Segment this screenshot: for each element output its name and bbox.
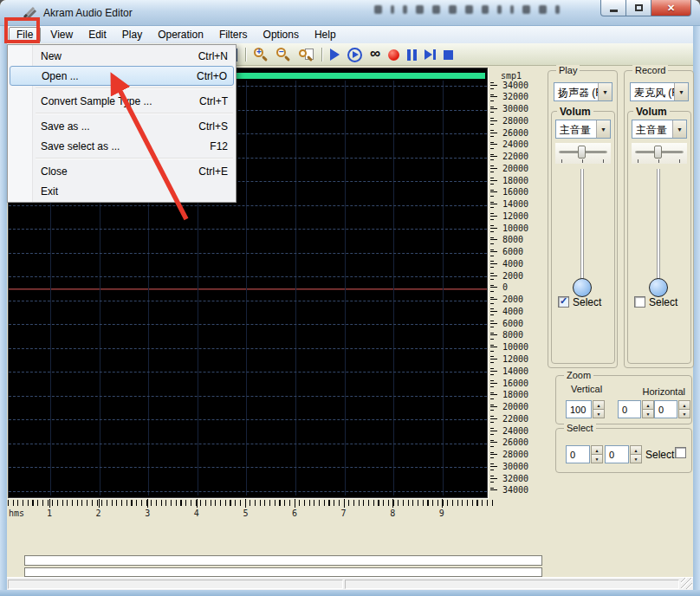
play-balance-slider[interactable] bbox=[555, 143, 611, 164]
spin-up-button[interactable] bbox=[642, 400, 654, 410]
grid-line-vertical bbox=[443, 81, 444, 496]
time-ruler-ticks bbox=[8, 500, 494, 506]
record-volume-combobox[interactable]: 主音量 bbox=[632, 120, 687, 139]
time-tick-label: 7 bbox=[341, 509, 347, 518]
play-volume-knob[interactable] bbox=[573, 278, 592, 297]
amplitude-tick: 34000 bbox=[490, 80, 528, 90]
select-checkbox[interactable] bbox=[675, 447, 686, 458]
amplitude-tick: 6000 bbox=[490, 318, 523, 328]
play-volume-combobox[interactable]: 主音量 bbox=[555, 120, 611, 139]
maximize-button[interactable] bbox=[626, 0, 651, 16]
time-major-tick bbox=[99, 499, 100, 508]
chevron-down-icon[interactable] bbox=[672, 120, 686, 138]
zoom-horizontal-label: Horizontal bbox=[642, 386, 685, 397]
zoom-vertical-value[interactable]: 100 bbox=[566, 400, 592, 418]
spin-down-button[interactable] bbox=[593, 410, 605, 418]
play-volume-slider-track[interactable] bbox=[581, 169, 583, 280]
menubar-item-options[interactable]: Options bbox=[256, 27, 307, 42]
close-button[interactable]: ✕ bbox=[651, 0, 691, 16]
spin-down-button[interactable] bbox=[642, 410, 654, 418]
stop-icon[interactable] bbox=[444, 50, 453, 60]
ghost-icon bbox=[522, 5, 530, 14]
zoom-horizontal-value-1[interactable]: 0 bbox=[618, 400, 641, 418]
select-end-spinner[interactable]: 0 bbox=[605, 445, 642, 463]
amplitude-tick: 22000 bbox=[490, 152, 528, 162]
amplitude-scale: smp1 34000320003000028000260002400022000… bbox=[490, 74, 532, 501]
record-volume-group: Volum 主音量 Select bbox=[627, 111, 691, 364]
spin-down-button[interactable] bbox=[678, 410, 690, 418]
menubar-item-play[interactable]: Play bbox=[114, 27, 150, 42]
record-select-checkbox[interactable] bbox=[634, 296, 645, 308]
play-select-checkbox[interactable] bbox=[558, 296, 569, 308]
grid-line-horizontal bbox=[9, 396, 487, 397]
ghost-icon bbox=[539, 5, 547, 14]
spin-down-button[interactable] bbox=[630, 455, 642, 463]
close-icon: ✕ bbox=[667, 3, 675, 14]
record-panel: Record 麦克风 (R Volum 主音量 Select bbox=[624, 70, 694, 368]
amplitude-tick: 16000 bbox=[490, 378, 528, 388]
chevron-down-icon[interactable] bbox=[596, 120, 610, 138]
play-panel: Play 扬声器 (R Volum 主音量 Select bbox=[548, 70, 618, 368]
record-device-combobox[interactable]: 麦克风 (R bbox=[630, 82, 689, 101]
chevron-down-icon[interactable] bbox=[598, 83, 612, 100]
time-major-tick bbox=[344, 499, 345, 508]
spin-up-button[interactable] bbox=[678, 400, 690, 410]
zoom-document-icon[interactable] bbox=[299, 48, 314, 62]
play-icon[interactable] bbox=[330, 49, 340, 61]
ghost-icon bbox=[555, 5, 560, 14]
resize-grip[interactable] bbox=[681, 578, 692, 589]
amplitude-tick: 26000 bbox=[490, 127, 528, 138]
menubar-item-filters[interactable]: Filters bbox=[211, 27, 256, 42]
play-device-combobox[interactable]: 扬声器 (R bbox=[554, 82, 612, 101]
zoom-horizontal-value-2[interactable]: 0 bbox=[654, 400, 677, 418]
chevron-down-icon[interactable] bbox=[674, 83, 688, 100]
play-circle-icon[interactable] bbox=[347, 48, 362, 62]
secondary-scrollbar[interactable] bbox=[24, 567, 542, 577]
slider-thumb[interactable] bbox=[654, 146, 662, 159]
play-volume-group: Volum 主音量 Select bbox=[551, 111, 615, 364]
grid-line-horizontal bbox=[9, 276, 487, 277]
menubar-item-operation[interactable]: Operation bbox=[150, 27, 211, 42]
zoom-out-icon[interactable]: − bbox=[276, 48, 291, 62]
waveform-zero-line bbox=[9, 288, 487, 289]
spin-down-button[interactable] bbox=[591, 455, 603, 463]
play-to-end-icon[interactable] bbox=[425, 49, 436, 60]
horizontal-scrollbar[interactable] bbox=[24, 555, 542, 566]
amplitude-tick: 0 bbox=[490, 282, 508, 293]
slider-thumb[interactable] bbox=[578, 146, 586, 159]
zoom-vertical-spinner[interactable]: 100 bbox=[566, 400, 605, 418]
zoom-in-icon[interactable]: + bbox=[254, 48, 269, 62]
select-start-spinner[interactable]: 0 bbox=[566, 445, 603, 463]
amplitude-tick: 2000 bbox=[490, 295, 523, 305]
toolbar-separator bbox=[245, 48, 246, 62]
toolbar-separator bbox=[321, 48, 322, 62]
annotation-highlight-rectangle bbox=[4, 17, 40, 43]
zoom-horizontal-spinner-2[interactable]: 0 bbox=[654, 400, 690, 418]
grid-line-horizontal bbox=[9, 491, 487, 492]
spin-up-button[interactable] bbox=[591, 445, 603, 455]
menubar: FileViewEditPlayOperationFiltersOptionsH… bbox=[7, 26, 693, 43]
record-volume-knob[interactable] bbox=[649, 278, 668, 297]
record-icon[interactable] bbox=[388, 49, 399, 61]
menubar-item-edit[interactable]: Edit bbox=[81, 27, 114, 42]
menubar-item-help[interactable]: Help bbox=[307, 27, 344, 42]
spin-up-button[interactable] bbox=[630, 445, 642, 455]
maximize-icon bbox=[635, 4, 643, 11]
minimize-button[interactable] bbox=[600, 0, 626, 16]
select-start-value[interactable]: 0 bbox=[566, 445, 590, 463]
pause-icon[interactable] bbox=[407, 49, 417, 61]
amplitude-tick: 24000 bbox=[490, 425, 528, 436]
menubar-item-view[interactable]: View bbox=[42, 27, 81, 42]
time-tick-label: 2 bbox=[96, 509, 101, 518]
amplitude-tick: 10000 bbox=[490, 223, 528, 233]
spin-up-button[interactable] bbox=[593, 400, 605, 410]
grid-line-vertical bbox=[246, 81, 247, 496]
zoom-horizontal-spinner-1[interactable]: 0 bbox=[618, 400, 654, 418]
select-end-value[interactable]: 0 bbox=[605, 445, 629, 463]
amplitude-tick: 10000 bbox=[490, 342, 528, 353]
play-volume-value: 主音量 bbox=[556, 120, 596, 138]
time-tick-label: 6 bbox=[292, 509, 297, 518]
record-balance-slider[interactable] bbox=[632, 143, 687, 164]
loop-infinity-icon[interactable]: ∞ bbox=[370, 48, 380, 60]
record-volume-slider-track[interactable] bbox=[658, 169, 659, 280]
